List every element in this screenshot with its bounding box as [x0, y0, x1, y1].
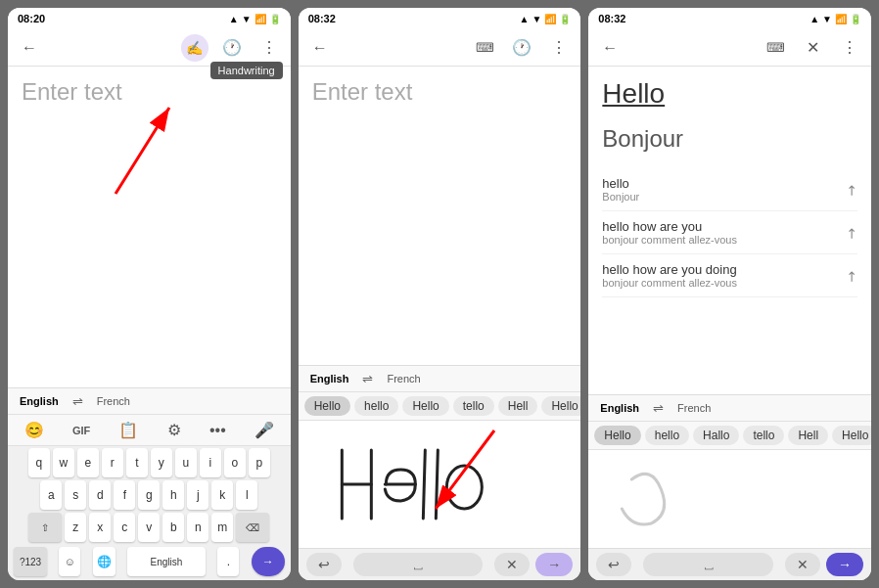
key-r[interactable]: r	[102, 448, 123, 477]
mic-icon-1[interactable]: 🎤	[251, 419, 278, 441]
more-button-1[interactable]: ⋮	[255, 34, 283, 62]
key-j[interactable]: j	[187, 480, 208, 510]
key-dot[interactable]: .	[217, 547, 239, 576]
suggest-hell-3[interactable]: Hell	[788, 426, 828, 445]
suggest-hello2-3[interactable]: hello	[645, 426, 689, 445]
key-u[interactable]: u	[175, 448, 197, 477]
key-x[interactable]: x	[89, 513, 111, 542]
hw-go-3[interactable]: →	[826, 553, 863, 576]
hw-delete-3[interactable]: ✕	[785, 553, 820, 576]
suggest-hello3-2[interactable]: Hello	[402, 396, 448, 416]
key-q[interactable]: q	[28, 448, 50, 477]
hw-space-2[interactable]: ⎵	[353, 553, 484, 576]
hw-canvas-3	[588, 450, 871, 548]
emoji-icon-1[interactable]: 😊	[21, 419, 48, 441]
hw-space-3[interactable]: ⎵	[643, 553, 773, 576]
lang-swap-2[interactable]: ⇌	[358, 372, 377, 386]
key-space[interactable]: English	[127, 547, 206, 576]
key-n[interactable]: n	[187, 513, 208, 542]
trans-main-1: hello	[602, 176, 639, 191]
key-f[interactable]: f	[114, 480, 135, 510]
settings-icon-1[interactable]: ⚙	[163, 419, 185, 441]
hw-delete-2[interactable]: ✕	[494, 553, 530, 576]
history-button-2[interactable]: 🕐	[508, 34, 535, 62]
copy-icon-2[interactable]: ↗	[842, 223, 861, 243]
trans-main-3: hello how are you doing	[602, 262, 737, 277]
key-v[interactable]: v	[138, 513, 160, 542]
suggest-hello2-2[interactable]: hello	[354, 396, 398, 416]
lang-french-2[interactable]: French	[381, 371, 426, 386]
key-go[interactable]: →	[252, 547, 285, 576]
status-bar-1: 08:20 ▲ ▼ 📶 🔋	[8, 8, 291, 29]
hw-undo-2[interactable]: ↩	[306, 553, 342, 576]
key-b[interactable]: b	[162, 513, 184, 542]
back-button-2[interactable]: ←	[306, 34, 334, 62]
keyboard-3: English ⇌ French Hello hello Hallo tello…	[588, 394, 871, 580]
key-emoji-bottom[interactable]: ☺	[59, 547, 80, 576]
suggest-tello-2[interactable]: tello	[453, 396, 494, 416]
lang-english-2[interactable]: English	[304, 371, 355, 386]
key-w[interactable]: w	[53, 448, 74, 477]
time-1: 08:20	[18, 13, 45, 24]
clipboard-icon-1[interactable]: 📋	[115, 419, 142, 441]
key-backspace[interactable]: ⌫	[236, 513, 269, 542]
copy-icon-1[interactable]: ↗	[842, 180, 861, 200]
placeholder-2: Enter text	[312, 78, 568, 106]
key-e[interactable]: e	[77, 448, 99, 477]
lang-french-1[interactable]: French	[91, 393, 136, 409]
key-d[interactable]: d	[89, 480, 111, 510]
top-bar-icons-2: ⌨ 🕐 ⋮	[471, 34, 573, 62]
gif-icon-1[interactable]: GIF	[69, 423, 94, 438]
hw-panel-3[interactable]	[588, 450, 871, 548]
suggest-hello-2[interactable]: Hello	[304, 396, 350, 416]
back-button-1[interactable]: ←	[16, 34, 43, 62]
suggest-hello4-2[interactable]: Hello	[541, 396, 580, 416]
lang-english-3[interactable]: English	[594, 400, 645, 416]
hw-undo-3[interactable]: ↩	[596, 553, 631, 576]
key-p[interactable]: p	[249, 448, 270, 477]
key-c[interactable]: c	[114, 513, 135, 542]
hw-panel-2[interactable]	[299, 421, 581, 548]
key-o[interactable]: o	[224, 448, 246, 477]
handwriting-button-1[interactable]: ✍	[181, 34, 208, 62]
close-button-3[interactable]: ✕	[799, 34, 826, 62]
copy-icon-3[interactable]: ↗	[842, 266, 861, 286]
key-z[interactable]: z	[65, 513, 86, 542]
lang-french-3[interactable]: French	[671, 400, 717, 416]
suggest-hallo-3[interactable]: Hallo	[693, 426, 739, 445]
panel-1: 08:20 ▲ ▼ 📶 🔋 ← ✍ 🕐 ⋮ Handwriting Enter …	[8, 8, 291, 580]
lang-swap-3[interactable]: ⇌	[649, 401, 668, 416]
suggest-hell-2[interactable]: Hell	[498, 396, 538, 416]
lang-english-1[interactable]: English	[14, 393, 65, 409]
suggest-hello4-3[interactable]: Hello	[832, 426, 871, 445]
trans-item-3: hello how are you doing bonjour comment …	[602, 254, 857, 297]
time-3: 08:32	[598, 13, 625, 24]
back-button-3[interactable]: ←	[596, 34, 624, 62]
keyboard-icon-3[interactable]: ⌨	[762, 34, 789, 62]
suggest-tello-3[interactable]: tello	[743, 426, 784, 445]
more-button-2[interactable]: ⋮	[545, 34, 573, 62]
key-k[interactable]: k	[211, 480, 233, 510]
more-button-3[interactable]: ⋮	[836, 34, 863, 62]
key-a[interactable]: a	[40, 480, 62, 510]
key-shift[interactable]: ⇧	[28, 513, 62, 542]
key-g[interactable]: g	[138, 480, 160, 510]
key-s[interactable]: s	[65, 480, 86, 510]
suggest-hello-3[interactable]: Hello	[594, 426, 640, 445]
kb-rows-1: q w e r t y u i o p a s d f g h j k l	[8, 446, 291, 580]
kb-row2-1: a s d f g h j k l	[10, 480, 289, 510]
key-y[interactable]: y	[151, 448, 172, 477]
lang-swap-1[interactable]: ⇌	[69, 394, 87, 409]
tooltip-1: Handwriting	[210, 62, 283, 79]
key-h[interactable]: h	[162, 480, 184, 510]
key-i[interactable]: i	[200, 448, 221, 477]
key-m[interactable]: m	[211, 513, 233, 542]
keyboard-icon-2[interactable]: ⌨	[471, 34, 498, 62]
key-l[interactable]: l	[236, 480, 257, 510]
more-icon-1[interactable]: •••	[206, 420, 230, 441]
key-123[interactable]: ?123	[14, 547, 47, 576]
key-t[interactable]: t	[126, 448, 148, 477]
hw-go-2[interactable]: →	[535, 553, 573, 576]
key-globe[interactable]: 🌐	[93, 547, 116, 576]
history-button-1[interactable]: 🕐	[218, 34, 246, 62]
